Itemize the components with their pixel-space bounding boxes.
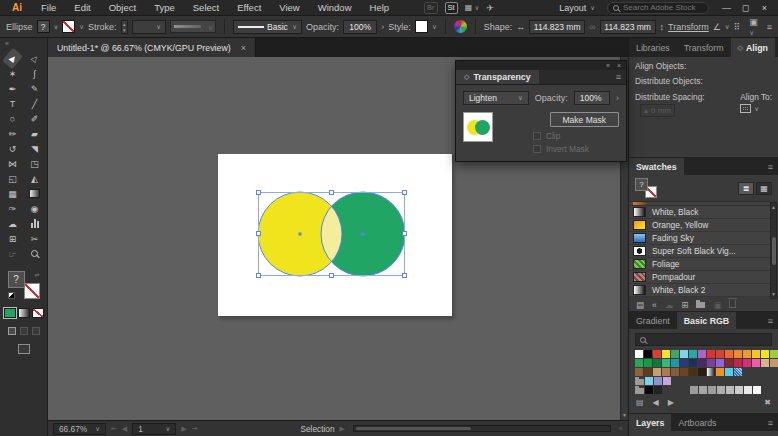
draw-normal-icon[interactable]: [8, 327, 16, 335]
edit-color-group-icon[interactable]: ⊞: [681, 300, 688, 310]
color-swatch[interactable]: [735, 386, 743, 394]
stroke-swatch[interactable]: [62, 20, 75, 33]
share-icon[interactable]: ✈: [486, 3, 494, 13]
color-swatch[interactable]: [644, 350, 652, 358]
shape-builder-tool-icon[interactable]: ◱: [4, 172, 21, 185]
screen-mode-icon[interactable]: [18, 344, 30, 354]
search-input[interactable]: Search Adobe Stock: [607, 2, 709, 14]
color-swatch[interactable]: [770, 359, 778, 367]
object-thumbnail[interactable]: [463, 112, 493, 142]
ellipse-tool-icon[interactable]: ○: [4, 112, 21, 125]
swatch-kinds-icon[interactable]: «: [652, 300, 657, 310]
first-artboard-icon[interactable]: ⇤: [111, 425, 117, 433]
scroll-down-icon[interactable]: ▼: [621, 411, 628, 420]
color-swatch[interactable]: [654, 386, 662, 394]
tab-transform[interactable]: Transform: [677, 38, 731, 57]
color-swatch[interactable]: [744, 386, 752, 394]
color-swatch[interactable]: [707, 359, 715, 367]
new-color-group-icon[interactable]: [696, 300, 705, 310]
fill-chevron-icon[interactable]: ∨: [54, 23, 59, 31]
color-swatch[interactable]: [690, 386, 698, 394]
line-segment-tool-icon[interactable]: ╱: [26, 97, 43, 110]
layout-dropdown[interactable]: Layout∨: [555, 3, 599, 13]
menu-item-select[interactable]: Select: [184, 2, 228, 13]
swatch-libraries-icon[interactable]: ▤: [636, 398, 644, 407]
color-swatch[interactable]: [725, 359, 733, 367]
transparency-menu-icon[interactable]: ≡: [611, 70, 626, 84]
menu-item-effect[interactable]: Effect: [228, 2, 270, 13]
eraser-tool-icon[interactable]: ▰: [26, 127, 43, 140]
scale-tool-icon[interactable]: ◥: [26, 142, 43, 155]
color-swatch[interactable]: [689, 368, 697, 376]
swatches-fill-proxy[interactable]: ?: [635, 178, 648, 191]
opacity-submenu-icon[interactable]: ›: [381, 22, 384, 32]
swatch-row[interactable]: Fading Sky: [629, 232, 770, 245]
stroke-weight-field[interactable]: ∨: [132, 20, 166, 34]
gradient-button[interactable]: [18, 308, 30, 318]
paintbrush-tool-icon[interactable]: ✐: [26, 112, 43, 125]
restore-button[interactable]: ◻: [736, 0, 755, 16]
default-fill-stroke-icon[interactable]: [8, 292, 15, 299]
color-swatch[interactable]: [761, 359, 769, 367]
swatch-search-input[interactable]: [635, 333, 772, 346]
handle-top-right[interactable]: [402, 190, 407, 195]
color-swatch[interactable]: [671, 368, 679, 376]
transparency-panel[interactable]: « × ◇ Transparency ≡ Lighten∨ Opacity: 1…: [455, 60, 627, 162]
tab-basic-rgb[interactable]: Basic RGB: [677, 312, 736, 329]
eyedropper-tool-icon[interactable]: ✑: [4, 202, 21, 215]
tab-gradient[interactable]: Gradient: [629, 312, 677, 329]
color-swatch[interactable]: [699, 386, 707, 394]
menu-item-view[interactable]: View: [270, 2, 308, 13]
pencil-tool-icon[interactable]: ✏: [4, 127, 21, 140]
width-tool-icon[interactable]: ⋈: [4, 157, 21, 170]
panel-drag-bar[interactable]: « ×: [456, 61, 626, 70]
swatches-scroll-up-icon[interactable]: ▲: [771, 203, 776, 211]
color-swatch[interactable]: [708, 386, 716, 394]
artboard-tool-icon[interactable]: ⊞: [4, 232, 21, 245]
tab-artboards[interactable]: Artboards: [671, 414, 723, 431]
rotate-tool-icon[interactable]: ↺: [4, 142, 21, 155]
handle-bottom-center[interactable]: [329, 273, 334, 278]
handle-bottom-left[interactable]: [256, 273, 261, 278]
menu-item-file[interactable]: File: [32, 2, 65, 13]
menu-item-object[interactable]: Object: [100, 2, 145, 13]
swatches-scrollbar[interactable]: ▲ ▼: [770, 202, 777, 299]
color-swatch[interactable]: [662, 359, 670, 367]
prev-artboard-icon[interactable]: ◀: [122, 425, 127, 433]
color-swatch[interactable]: [662, 350, 670, 358]
color-swatch[interactable]: [761, 350, 769, 358]
hscroll-thumb[interactable]: [356, 427, 471, 430]
style-swatch[interactable]: [415, 20, 428, 33]
swatch-row[interactable]: Super Soft Black Vig...: [629, 245, 770, 258]
minimize-button[interactable]: —: [717, 0, 736, 16]
color-swatch[interactable]: [716, 359, 724, 367]
workspace-icon[interactable]: ▦ ∨: [465, 3, 480, 12]
shape-height-field[interactable]: 114.823 mm: [600, 20, 656, 34]
menu-item-edit[interactable]: Edit: [65, 2, 99, 13]
gradient-tool-icon[interactable]: [26, 187, 43, 200]
tab-transparency[interactable]: ◇ Transparency: [456, 70, 539, 84]
colors-menu-icon[interactable]: ≡: [763, 312, 778, 329]
color-group-folder-icon[interactable]: [635, 379, 644, 385]
opacity-field[interactable]: 100%: [343, 20, 377, 34]
color-swatch[interactable]: [663, 386, 671, 394]
gradient-swatch[interactable]: [707, 368, 715, 376]
menu-item-type[interactable]: Type: [145, 2, 184, 13]
make-mask-button[interactable]: Make Mask: [550, 112, 619, 127]
shear-icon[interactable]: ∠: [713, 22, 721, 32]
color-swatch[interactable]: [654, 377, 662, 385]
tab-libraries[interactable]: Libraries: [629, 38, 677, 57]
grid-view-icon[interactable]: ▦: [756, 182, 772, 195]
color-swatch[interactable]: [734, 350, 742, 358]
free-transform-tool-icon[interactable]: ◳: [26, 157, 43, 170]
artboard-nav-dropdown[interactable]: 1∨: [132, 423, 176, 435]
color-swatch[interactable]: [671, 350, 679, 358]
color-swatch[interactable]: [707, 350, 715, 358]
pattern-swatch[interactable]: [734, 368, 742, 376]
shape-width-field[interactable]: 114.823 mm: [529, 20, 585, 34]
color-swatch[interactable]: [663, 377, 671, 385]
stock-icon[interactable]: St: [445, 2, 458, 14]
link-dimensions-icon[interactable]: ∞: [589, 22, 595, 32]
color-swatch[interactable]: [717, 386, 725, 394]
symbol-sprayer-tool-icon[interactable]: ☁: [4, 217, 21, 230]
